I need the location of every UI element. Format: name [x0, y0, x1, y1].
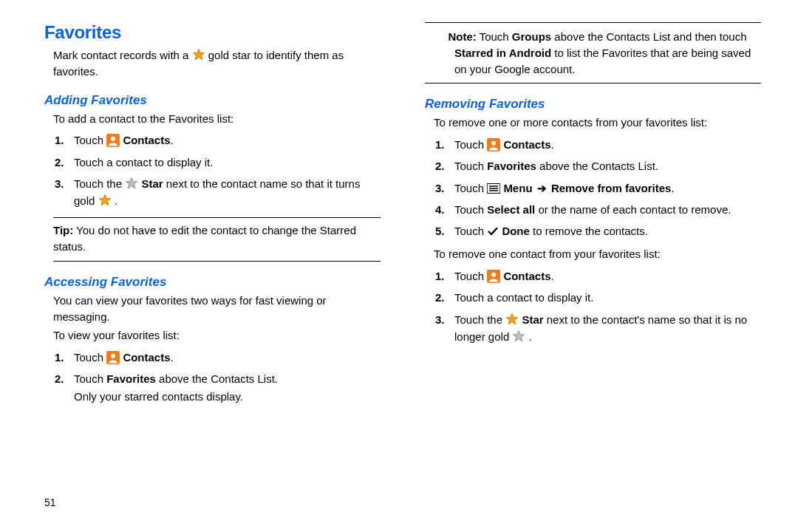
rm-s1-a: Touch: [454, 138, 487, 151]
right-column: Note: Touch Groups above the Contacts Li…: [425, 22, 761, 412]
rm-s5-a: Touch: [454, 225, 487, 237]
removing-one-lead: To remove one contact from your favorite…: [434, 246, 761, 262]
rm-s4-b: Select all: [487, 203, 535, 216]
rmo-s1-c: .: [551, 270, 554, 282]
star-gold-icon: [98, 194, 112, 207]
contacts-icon: [106, 351, 120, 364]
contacts-icon: [487, 138, 500, 151]
tip-body: You do not have to edit the contact to c…: [53, 224, 356, 253]
checkmark-icon: [487, 224, 499, 234]
rm-s3-a: Touch: [454, 182, 487, 194]
divider: [53, 217, 381, 218]
rm-s5-c: to remove the contacts.: [530, 225, 648, 237]
star-gray-icon: [125, 177, 138, 190]
removing-steps: Touch Contacts. Touch Favorites above th…: [425, 134, 761, 242]
rm-step-3: Touch Menu Remove from favorites.: [449, 177, 761, 199]
rm-step-5: Touch Done to remove the contacts.: [449, 220, 761, 242]
subhead-accessing-favorites: Accessing Favorites: [44, 275, 381, 290]
rm-s3-d: .: [671, 182, 674, 194]
rmo-s3-d: .: [529, 330, 532, 343]
divider: [425, 83, 761, 83]
intro-text: Mark contact records with a gold star to…: [53, 47, 381, 80]
rm-s4-a: Touch: [454, 203, 487, 216]
step-2: Touch a contact to display it.: [68, 151, 381, 173]
rm-s2-a: Touch: [454, 160, 487, 172]
adding-lead: To add a contact to the Favorites list:: [53, 111, 381, 127]
subhead-removing-favorites: Removing Favorites: [425, 97, 761, 112]
acc-s2-b: Favorites: [106, 372, 156, 385]
note-starred: Starred in Android: [454, 47, 551, 59]
rmo-s1-b: Contacts: [503, 270, 550, 282]
acc-s2-a: Touch: [74, 372, 106, 385]
acc-s2-d: Only your starred contacts display.: [74, 390, 243, 403]
note-b: above the Contacts List and then touch: [551, 30, 746, 43]
removing-one-steps: Touch Contacts. Touch a contact to displ…: [425, 265, 761, 347]
rm-s3-remove: Remove from favorites: [551, 182, 672, 194]
rm-s4-c: or the name of each contact to remove.: [535, 203, 731, 216]
step-1-a: Touch: [74, 134, 106, 146]
rm-step-2: Touch Favorites above the Contacts List.: [449, 155, 761, 177]
rmo-s1-a: Touch: [454, 270, 487, 282]
rm-step-4: Touch Select all or the name of each con…: [449, 199, 761, 220]
accessing-lead2: To view your favorites list:: [53, 327, 381, 344]
star-gray-icon: [512, 330, 525, 343]
rm-s5-b: Done: [502, 225, 530, 237]
rm-s3-menu: Menu: [503, 182, 532, 194]
acc-s2-c: above the Contacts List.: [156, 372, 278, 385]
rm-step-1: Touch Contacts.: [449, 134, 761, 155]
arrow-right-icon: [536, 182, 548, 194]
left-column: Favorites Mark contact records with a go…: [44, 22, 381, 412]
star-gold-icon: [505, 313, 519, 326]
heading-favorites: Favorites: [44, 22, 381, 43]
note-block: Note: Touch Groups above the Contacts Li…: [425, 27, 761, 83]
adding-steps: Touch Contacts. Touch a contact to displ…: [44, 129, 381, 211]
menu-icon: [487, 181, 500, 191]
rm-s1-b: Contacts: [503, 138, 550, 151]
rmo-step-1: Touch Contacts.: [449, 265, 761, 287]
accessing-lead1: You can view your favorites two ways for…: [53, 293, 381, 325]
step-3: Touch the Star next to the contact name …: [68, 173, 381, 212]
page-number: 51: [44, 497, 56, 508]
note-a: Touch: [477, 30, 512, 43]
step-1: Touch Contacts.: [68, 129, 381, 151]
tip-block: Tip: You do not have to edit the contact…: [53, 222, 381, 255]
divider: [53, 261, 381, 262]
note-label: Note:: [448, 30, 476, 43]
step-3-b: Star: [141, 177, 163, 190]
acc-s1-b: Contacts: [123, 351, 170, 364]
rmo-step-2: Touch a contact to display it.: [449, 287, 761, 308]
step-1-b: Contacts: [123, 134, 170, 146]
rmo-s3-a: Touch the: [454, 313, 505, 326]
acc-s1-c: .: [171, 351, 174, 364]
rm-s2-b: Favorites: [487, 160, 536, 172]
acc-s1-a: Touch: [74, 351, 106, 364]
star-gold-icon: [192, 48, 205, 61]
step-1-c: .: [171, 134, 174, 146]
divider: [425, 22, 761, 23]
step-3-d: .: [115, 194, 117, 207]
accessing-steps: Touch Contacts. Touch Favorites above th…: [44, 347, 381, 407]
tip-label: Tip:: [53, 224, 73, 236]
rm-s2-c: above the Contacts List.: [536, 160, 658, 172]
rm-s1-c: .: [551, 138, 554, 151]
acc-step-1: Touch Contacts.: [68, 347, 381, 368]
acc-step-2: Touch Favorites above the Contacts List.…: [68, 368, 381, 407]
intro-a: Mark contact records with a: [53, 49, 192, 61]
removing-lead: To remove one or more contacts from your…: [434, 115, 761, 131]
rmo-step-3: Touch the Star next to the contact's nam…: [449, 309, 761, 348]
subhead-adding-favorites: Adding Favorites: [44, 93, 381, 108]
step-3-a: Touch the: [74, 177, 125, 190]
contacts-icon: [106, 134, 120, 147]
contacts-icon: [487, 270, 500, 283]
note-groups: Groups: [512, 30, 551, 43]
rmo-s3-b: Star: [522, 313, 543, 326]
